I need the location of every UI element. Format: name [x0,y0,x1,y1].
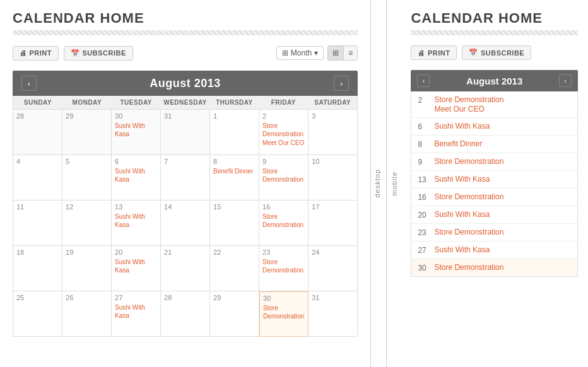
divider-area: desktop mobile [371,0,401,367]
calendar-cell: 6Sushi With Kasa [112,155,161,201]
calendar-cell: 11 [13,201,62,246]
mobile-print-icon: 🖨 [418,49,425,57]
event-link[interactable]: Store Demonstration [263,304,305,320]
calendar-cell: 2Store DemonstrationMeet Our CEO [259,110,309,155]
calendar-cell: 4 [13,155,62,201]
dow-tuesday: TUESDAY [112,96,161,109]
mobile-calendar-header: ‹ August 2013 › [411,70,578,91]
event-link[interactable]: Store Demonstration [262,122,305,138]
calendar-cell: 3 [309,110,358,155]
event-link[interactable]: Store Demonstration [262,258,305,274]
day-number: 9 [262,158,305,165]
event-link[interactable]: Sushi With Kasa [115,303,157,320]
day-number: 3 [312,112,354,120]
subscribe-label: SUBSCRIBE [83,49,126,57]
mobile-event-link[interactable]: Sushi With Kasa [434,210,490,219]
calendar-cell: 31 [309,291,358,337]
event-link[interactable]: Store Demonstration [262,213,305,229]
mobile-print-button[interactable]: 🖨 PRINT [411,45,457,60]
mobile-event-link[interactable]: Sushi With Kasa [434,122,490,131]
calendar-cell: 9Store Demonstration [259,155,309,201]
calendar-cell: 7 [161,155,210,201]
mobile-event-links: Sushi With Kasa [434,175,490,184]
day-number: 19 [66,248,108,256]
mobile-subscribe-label: SUBSCRIBE [481,49,524,57]
subscribe-icon: 📅 [71,49,80,57]
mobile-event-links: Sushi With Kasa [434,245,490,254]
mobile-event-link[interactable]: Sushi With Kasa [434,245,490,254]
prev-month-button[interactable]: ‹ [21,76,37,91]
mobile-subscribe-button[interactable]: 📅 SUBSCRIBE [462,45,531,60]
mobile-toolbar: 🖨 PRINT 📅 SUBSCRIBE [411,42,578,64]
calendar-cell: 8Benefit Dinner [210,155,259,201]
toolbar-right: ⊞ Month ▾ ⊞ ≡ [276,45,358,61]
event-link[interactable]: Meet Our CEO [262,139,305,147]
event-link[interactable]: Store Demonstration [262,167,305,184]
mobile-event-item: 8Benefit Dinner [411,136,577,153]
calendar-cell: 16Store Demonstration [259,201,309,246]
mobile-event-day: 20 [418,210,428,219]
day-number: 15 [213,203,256,211]
day-number: 8 [213,158,256,165]
mobile-event-link[interactable]: Store Demonstration [434,95,503,104]
mobile-month-title: August 2013 [466,76,522,86]
print-icon: 🖨 [20,49,27,57]
day-number: 10 [312,158,354,165]
mobile-event-links: Sushi With Kasa [434,122,490,131]
day-number: 21 [164,248,206,256]
event-link[interactable]: Sushi With Kasa [115,167,157,184]
desktop-calendar: ‹ August 2013 › SUNDAY MONDAY TUESDAY WE… [13,71,358,337]
day-number: 18 [16,248,59,256]
event-link[interactable]: Sushi With Kasa [115,213,157,229]
mobile-event-link[interactable]: Store Demonstration [434,228,503,236]
dow-saturday: SATURDAY [308,96,357,109]
day-number: 4 [16,158,59,165]
event-link[interactable]: Sushi With Kasa [115,258,157,274]
mobile-event-day: 9 [418,157,428,166]
day-number: 29 [66,112,108,120]
desktop-title: CALENDAR HOME [13,10,358,26]
mobile-event-link[interactable]: Store Demonstration [434,157,503,166]
mobile-subscribe-icon: 📅 [469,49,478,57]
calendar-cell: 18 [13,246,62,291]
calendar-cell: 12 [62,201,112,246]
print-button[interactable]: 🖨 PRINT [13,46,59,61]
next-month-button[interactable]: › [334,76,349,91]
calendar-cell: 25 [13,291,62,337]
mobile-event-links: Store Demonstration [434,192,503,201]
mobile-event-day: 6 [418,122,428,131]
mobile-event-day: 2 [418,95,428,105]
print-label: PRINT [30,49,52,57]
calendar-cell: 27Sushi With Kasa [112,291,161,337]
day-number: 6 [115,158,157,165]
mobile-next-month-button[interactable]: › [559,74,572,87]
mobile-event-link[interactable]: Sushi With Kasa [434,175,490,184]
mobile-title: CALENDAR HOME [411,10,578,26]
list-view-button[interactable]: ≡ [343,46,357,60]
chevron-down-icon: ▾ [314,49,318,57]
grid-view-button[interactable]: ⊞ [328,46,343,60]
desktop-panel: CALENDAR HOME 🖨 PRINT 📅 SUBSCRIBE ⊞ Mont… [0,0,371,367]
event-link[interactable]: Sushi With Kasa [115,122,157,138]
mobile-event-link[interactable]: Benefit Dinner [434,139,482,148]
mobile-event-day: 23 [418,228,428,237]
day-number: 30 [263,294,305,302]
mobile-event-link[interactable]: Meet Our CEO [434,105,503,114]
event-link[interactable]: Benefit Dinner [213,167,256,175]
toolbar-left: 🖨 PRINT 📅 SUBSCRIBE [13,46,133,61]
mobile-event-item: 16Store Demonstration [411,189,577,206]
subscribe-button[interactable]: 📅 SUBSCRIBE [64,46,133,61]
mobile-event-link[interactable]: Store Demonstration [434,263,503,272]
month-select[interactable]: ⊞ Month ▾ [276,46,324,60]
mobile-label: mobile [391,172,398,195]
mobile-event-link[interactable]: Store Demonstration [434,192,503,201]
day-number: 5 [66,158,108,165]
dow-monday: MONDAY [62,96,112,109]
calendar-cell: 14 [161,201,210,246]
mobile-event-day: 16 [418,192,428,202]
day-number: 29 [213,294,256,301]
day-number: 12 [66,203,108,211]
mobile-panel: CALENDAR HOME 🖨 PRINT 📅 SUBSCRIBE ‹ Augu… [401,0,588,367]
day-number: 31 [312,294,354,301]
mobile-prev-month-button[interactable]: ‹ [417,74,430,87]
